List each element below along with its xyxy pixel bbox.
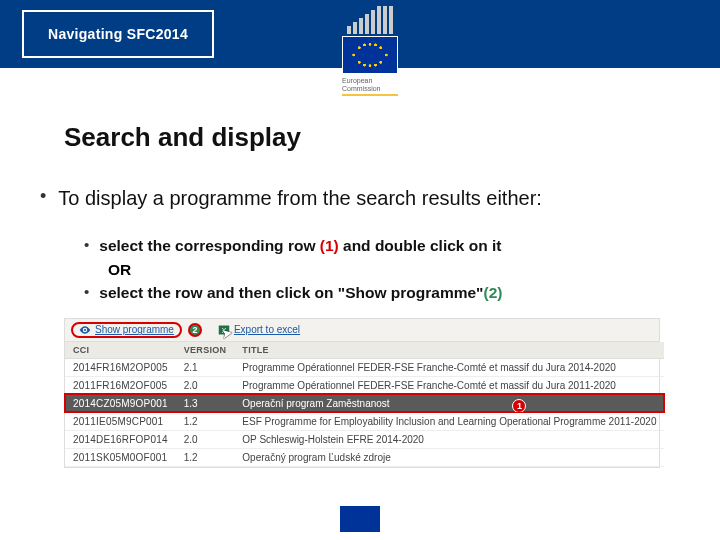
show-programme-label: Show programme [95,324,174,335]
sub1-post: and double click on it [339,237,502,254]
or-label: OR [108,261,672,279]
cell-title: Programme Opérationnel FEDER-FSE Franche… [234,376,664,394]
callout-badge-2: 2 [188,323,202,337]
cell-version: 2.0 [176,430,235,448]
results-table: CCI Version Title 2014FR16M2OP0052.1Prog… [65,342,664,467]
sub1-pre: select the corresponding row [99,237,320,254]
cell-version: 1.2 [176,412,235,430]
col-title[interactable]: Title [234,342,664,359]
sub2-pre: select the row and then click on "Show p… [99,284,483,301]
cell-cci: 2011FR16M2OF005 [65,376,176,394]
page-title: Search and display [64,122,672,153]
header-banner: Navigating SFC2014 European Commission [0,0,720,68]
footer-eu-flag-icon [340,506,380,532]
cell-cci: 2014DE16RFOP014 [65,430,176,448]
table-row[interactable]: 2011IE05M9CP0011.2ESF Programme for Empl… [65,412,664,430]
embedded-screenshot: Show programme 2 ➤ X Export to excel CCI… [64,318,660,468]
table-row[interactable]: 2014FR16M2OP0052.1Programme Opérationnel… [65,358,664,376]
bullet-icon [84,236,89,257]
bullet-icon [40,187,46,206]
svg-point-0 [84,329,86,331]
cell-title: Programme Opérationnel FEDER-FSE Franche… [234,358,664,376]
cell-cci: 2014CZ05M9OP001 [65,394,176,412]
cell-cci: 2011IE05M9CP001 [65,412,176,430]
cell-cci: 2014FR16M2OP005 [65,358,176,376]
sub-bullet-1: select the corresponding row (1) and dou… [84,236,672,257]
table-row[interactable]: 2014CZ05M9OP0011.3Operační program Zaměs… [65,394,664,412]
callout-badge-1: 1 [512,399,526,413]
intro-bullet: To display a programme from the search r… [40,187,672,210]
table-row[interactable]: 2011FR16M2OF0052.0Programme Opérationnel… [65,376,664,394]
show-programme-button[interactable]: Show programme [71,322,182,338]
cell-title: OP Schleswig-Holstein EFRE 2014-2020 [234,430,664,448]
cell-cci: 2011SK05M0OF001 [65,448,176,466]
slide-content: Search and display To display a programm… [0,68,720,468]
cursor-icon: ➤ [220,324,235,342]
cell-title: Operační program Zaměstnanost1 [234,394,664,412]
export-excel-label: Export to excel [234,324,300,335]
sub-text-2: select the row and then click on "Show p… [99,283,502,304]
bullet-icon [84,283,89,304]
table-row[interactable]: 2014DE16RFOP0142.0OP Schleswig-Holstein … [65,430,664,448]
marker-2: (2) [483,284,502,301]
sub-bullet-2: select the row and then click on "Show p… [84,283,672,304]
cell-version: 1.3 [176,394,235,412]
marker-1: (1) [320,237,339,254]
nav-chip: Navigating SFC2014 [22,10,214,58]
table-row[interactable]: 2011SK05M0OF0011.2Operačný program Ľudsk… [65,448,664,466]
sub-bullet-list: select the corresponding row (1) and dou… [84,236,672,304]
cell-version: 2.1 [176,358,235,376]
cell-version: 2.0 [176,376,235,394]
eye-icon [79,324,91,336]
intro-text: To display a programme from the search r… [58,187,542,210]
col-cci[interactable]: CCI [65,342,176,359]
col-version[interactable]: Version [176,342,235,359]
cell-version: 1.2 [176,448,235,466]
cell-title: Operačný program Ľudské zdroje [234,448,664,466]
results-toolbar: Show programme 2 ➤ X Export to excel [65,319,659,342]
table-header-row: CCI Version Title [65,342,664,359]
sub-text-1: select the corresponding row (1) and dou… [99,236,501,257]
cell-title: ESF Programme for Employability Inclusio… [234,412,664,430]
building-icon [334,6,406,34]
